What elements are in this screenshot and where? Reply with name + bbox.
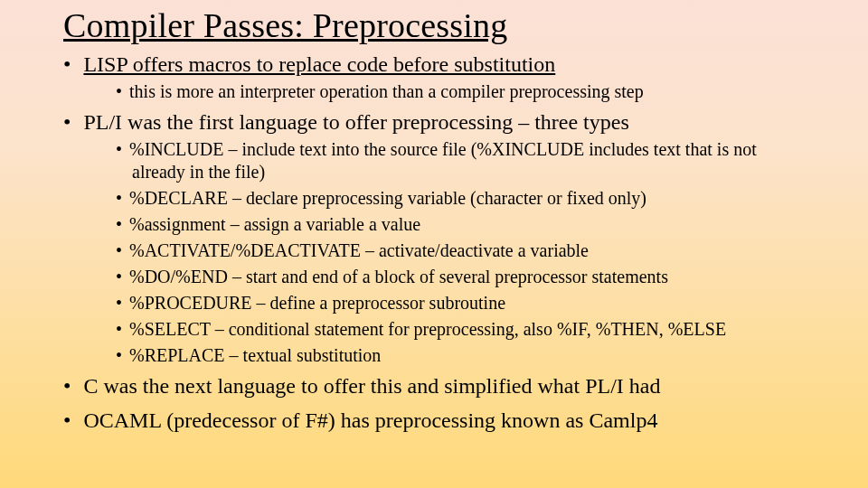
list-item: %INCLUDE – include text into the source … xyxy=(116,138,805,183)
bullet-lisp: LISP offers macros to replace code befor… xyxy=(63,51,805,103)
bullet-pl1-sublist: %INCLUDE – include text into the source … xyxy=(116,138,805,367)
list-item-text: %INCLUDE – include text into the source … xyxy=(129,139,757,182)
list-item-text: %PROCEDURE – define a preprocessor subro… xyxy=(129,293,505,313)
list-item-text: %assignment – assign a variable a value xyxy=(129,214,420,234)
list-item-text: this is more an interpreter operation th… xyxy=(129,81,644,101)
bullet-pl1: PL/I was the first language to offer pre… xyxy=(63,108,805,367)
slide: Compiler Passes: Preprocessing LISP offe… xyxy=(0,5,868,488)
list-item: %assignment – assign a variable a value xyxy=(116,213,805,236)
list-item-text: %ACTIVATE/%DEACTIVATE – activate/deactiv… xyxy=(129,240,589,260)
list-item: %SELECT – conditional statement for prep… xyxy=(116,318,805,341)
bullet-ocaml: OCAML (predecessor of F#) has preprocess… xyxy=(63,407,805,435)
list-item-text: %REPLACE – textual substitution xyxy=(129,345,381,365)
bullet-c: C was the next language to offer this an… xyxy=(63,372,805,400)
bullet-lisp-text: LISP offers macros to replace code befor… xyxy=(83,52,555,76)
list-item-text: %SELECT – conditional statement for prep… xyxy=(129,319,726,339)
bullet-c-text: C was the next language to offer this an… xyxy=(83,374,660,398)
list-item: %PROCEDURE – define a preprocessor subro… xyxy=(116,292,805,314)
list-item: %REPLACE – textual substitution xyxy=(116,344,805,367)
bullet-pl1-text: PL/I was the first language to offer pre… xyxy=(83,110,628,134)
list-item: %DECLARE – declare preprocessing variabl… xyxy=(116,187,805,210)
list-item: %DO/%END – start and end of a block of s… xyxy=(116,266,805,288)
bullet-ocaml-text: OCAML (predecessor of F#) has preprocess… xyxy=(83,408,657,432)
list-item: this is more an interpreter operation th… xyxy=(116,80,805,103)
list-item-text: %DECLARE – declare preprocessing variabl… xyxy=(129,188,646,208)
list-item-text: %DO/%END – start and end of a block of s… xyxy=(129,267,668,286)
bullet-list: LISP offers macros to replace code befor… xyxy=(63,51,805,435)
slide-title: Compiler Passes: Preprocessing xyxy=(63,5,805,45)
bullet-lisp-sublist: this is more an interpreter operation th… xyxy=(116,80,805,103)
list-item: %ACTIVATE/%DEACTIVATE – activate/deactiv… xyxy=(116,239,805,262)
